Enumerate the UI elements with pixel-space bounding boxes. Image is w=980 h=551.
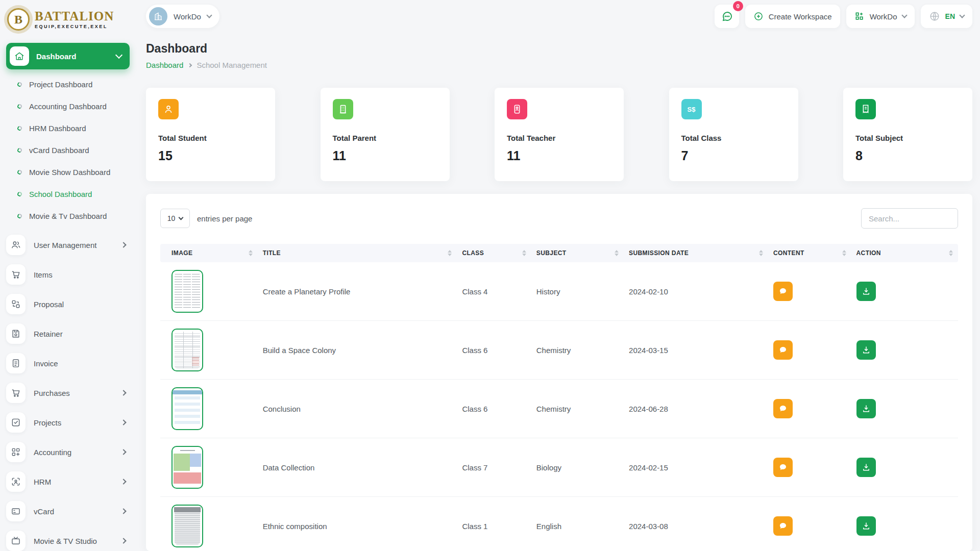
column-header-action[interactable]: ACTION [851,244,958,262]
check-square-icon [6,412,26,433]
card-icon [6,501,26,521]
create-workspace-button[interactable]: Create Workspace [745,5,840,28]
nav-item-label: Movie & TV Studio [34,537,113,545]
table-header-row: IMAGE TITLE CLASS SUBJECT SUBMISSION DAT… [160,244,958,262]
breadcrumb: Dashboard School Management [146,61,972,69]
cell-subject: Chemistry [531,380,624,438]
sidebar-item-invoice[interactable]: Invoice [0,348,138,378]
table-row: Ethnic composition Class 1 English 2024-… [160,497,958,551]
tv-icon [6,531,26,551]
cell-title: Build a Space Colony [258,321,457,380]
sub-item-label: Movie & Tv Dashboard [29,212,107,220]
content-comment-button[interactable] [773,340,793,360]
cell-class: Class 7 [457,438,531,497]
sidebar-item-user-management[interactable]: User Management [0,230,138,260]
sidebar-item-label: Dashboard [36,52,109,61]
download-button[interactable] [856,399,876,418]
sub-item-label: Movie Show Dashboard [29,168,110,177]
nav-item-label: Purchases [34,389,113,397]
download-button[interactable] [856,340,876,360]
download-icon [862,287,871,296]
sidebar-item-hrm[interactable]: HRM [0,467,138,496]
id-badge-icon [507,99,527,119]
cart-icon [6,264,26,285]
sidebar-item-accounting[interactable]: Accounting [0,437,138,467]
chevron-right-icon [120,419,126,425]
sidebar-item-items[interactable]: Items [0,260,138,289]
save-icon [6,323,26,344]
bullet-icon [17,82,23,88]
column-header-submission-date[interactable]: SUBMISSION DATE [624,244,768,262]
sidebar-item-purchases[interactable]: Purchases [0,378,138,408]
sidebar-item-projects[interactable]: Projects [0,408,138,437]
main-content: WorkDo 0 Create Workspace WorkDo [138,0,980,551]
stat-card-total-teacher: Total Teacher 11 [495,88,624,181]
column-header-content[interactable]: CONTENT [768,244,851,262]
sidebar-item-movie-tv-dashboard[interactable]: Movie & Tv Dashboard [0,205,138,227]
table-row: Build a Space Colony Class 6 Chemistry 2… [160,321,958,380]
download-button[interactable] [856,282,876,301]
cell-subject: History [531,262,624,321]
sidebar-item-movie-show-dashboard[interactable]: Movie Show Dashboard [0,161,138,183]
app-layout: B BATTALION EQUIP,EXECUTE,EXEL Dashboard… [0,0,980,551]
sort-icon [522,250,526,256]
sidebar-item-dashboard[interactable]: Dashboard [6,43,130,69]
sort-icon [249,250,253,256]
sort-icon [448,250,452,256]
sidebar-item-vcard-dashboard[interactable]: vCard Dashboard [0,139,138,161]
content-comment-button[interactable] [773,458,793,477]
bullet-icon [17,213,23,219]
document-thumbnail[interactable] [172,505,203,547]
entries-count-select[interactable]: 10 [160,209,190,228]
column-header-image[interactable]: IMAGE [160,244,258,262]
search-input[interactable] [861,208,958,229]
chat-bubble-icon [778,521,788,531]
bullet-icon [17,147,23,154]
column-header-title[interactable]: TITLE [258,244,457,262]
sidebar-item-project-dashboard[interactable]: Project Dashboard [0,73,138,95]
currency-icon-text: S$ [688,106,696,113]
sidebar-item-school-dashboard[interactable]: School Dashboard [0,183,138,205]
content-comment-button[interactable] [773,516,793,536]
sidebar-item-movie-tv-studio[interactable]: Movie & TV Studio [0,526,138,551]
stat-label: Total Teacher [507,134,611,142]
bullet-icon [17,169,23,176]
entries-per-page: 10 entries per page [160,209,252,228]
plus-circle-icon [753,11,764,21]
sidebar-item-proposal[interactable]: Proposal [0,289,138,319]
users-icon [6,235,26,255]
nav-item-label: Retainer [34,330,126,338]
cell-submission-date: 2024-02-15 [624,438,768,497]
download-button[interactable] [856,516,876,536]
document-thumbnail[interactable] [172,270,203,313]
nav-item-label: Accounting [34,448,113,457]
document-thumbnail[interactable] [172,387,203,430]
column-header-subject[interactable]: SUBJECT [531,244,624,262]
cell-submission-date: 2024-03-15 [624,321,768,380]
chat-bubble-icon [778,345,788,355]
download-button[interactable] [856,458,876,477]
breadcrumb-dashboard-link[interactable]: Dashboard [146,61,183,69]
stat-label: Total Class [681,134,786,142]
workdo-menu-button[interactable]: WorkDo [846,5,915,28]
sidebar-item-retainer[interactable]: Retainer [0,319,138,348]
sidebar-item-hrm-dashboard[interactable]: HRM Dashboard [0,117,138,139]
workspace-selector[interactable]: WorkDo [146,5,219,28]
brand-logo: B BATTALION EQUIP,EXECUTE,EXEL [0,3,138,34]
content-comment-button[interactable] [773,282,793,301]
document-thumbnail[interactable] [172,446,203,489]
column-header-class[interactable]: CLASS [457,244,531,262]
content-comment-button[interactable] [773,399,793,418]
sidebar-item-accounting-dashboard[interactable]: Accounting Dashboard [0,95,138,117]
nav-item-label: Proposal [34,300,126,309]
chevron-right-icon [120,479,126,484]
sub-item-label: Project Dashboard [29,80,92,89]
cell-title: Ethnic composition [258,497,457,551]
language-code: EN [945,12,955,20]
sidebar-item-vcard[interactable]: vCard [0,496,138,526]
document-thumbnail[interactable] [172,329,203,371]
sort-icon [759,250,763,256]
sort-icon [615,250,619,256]
language-selector[interactable]: EN [921,5,972,28]
messages-button[interactable]: 0 [715,5,739,28]
